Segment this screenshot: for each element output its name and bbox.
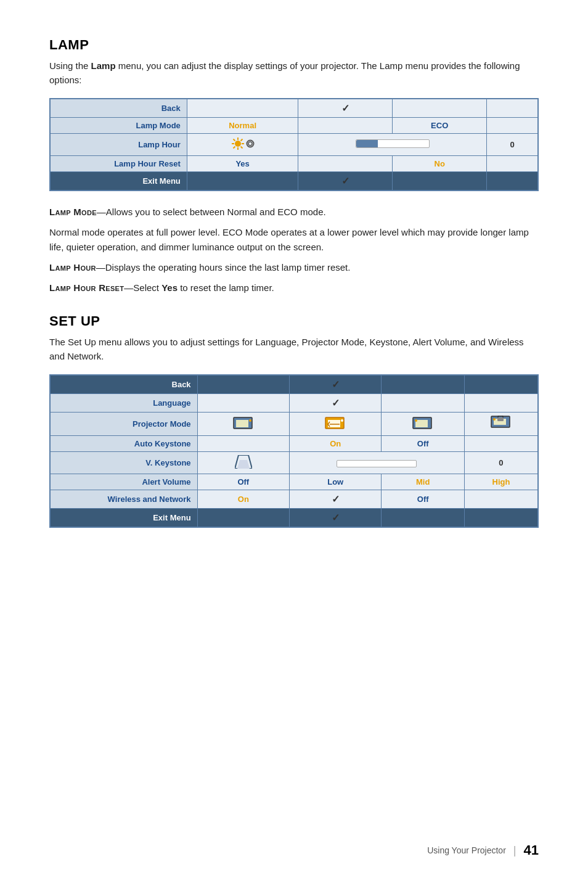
setup-label-projmode: Projector Mode <box>50 413 197 436</box>
setup-back-col1 <box>197 375 289 394</box>
lamp-back-col2: ✓ <box>298 99 393 118</box>
vkeystone-slider-bar <box>337 460 417 467</box>
lamp-label-mode: Lamp Mode <box>50 118 187 134</box>
svg-point-9 <box>248 142 252 146</box>
lamp-mode-eco-label: ECO <box>431 121 448 130</box>
setup-row-language: Language ✓ <box>50 394 538 413</box>
setup-wireless-col4 <box>464 490 538 509</box>
setup-exit-col3 <box>382 509 464 528</box>
setup-exit-checkmark: ✓ <box>332 512 340 523</box>
setup-label-vkeystone: V. Keystone <box>50 452 197 474</box>
setup-label-autokeystone: Auto Keystone <box>50 436 197 452</box>
setup-alertvol-mid: Mid <box>382 474 464 490</box>
alertvol-mid-label: Mid <box>416 477 430 487</box>
svg-rect-12 <box>236 420 248 427</box>
lamp-hour-value: 0 <box>510 140 514 149</box>
vkeystone-value: 0 <box>499 458 503 467</box>
svg-line-7 <box>240 139 242 141</box>
svg-point-13 <box>249 419 251 422</box>
setup-exit-col1 <box>197 509 289 528</box>
setup-back-checkmark: ✓ <box>332 379 340 390</box>
alertvol-low-label: Low <box>327 477 343 487</box>
lamp-hour-bar-fill <box>356 140 378 147</box>
lamp-mode-col4 <box>487 118 538 134</box>
svg-line-8 <box>233 147 235 149</box>
setup-alertvol-off: Off <box>197 474 289 490</box>
lamp-mode-normal: Normal <box>187 118 298 134</box>
lamp-desc-mode: Lamp Mode—Allows you to select between N… <box>49 205 539 219</box>
lamp-exit-col3 <box>393 172 487 191</box>
svg-line-5 <box>233 139 235 141</box>
setup-row-autokeystone: Auto Keystone On Off <box>50 436 538 452</box>
lamp-title: LAMP <box>49 37 539 53</box>
lamp-term-hour: Lamp Hour <box>49 262 96 273</box>
lamp-row-exit: Exit Menu ✓ <box>50 172 538 191</box>
autokeystone-off-label: Off <box>417 439 429 448</box>
setup-alertvol-low: Low <box>290 474 382 490</box>
lamp-menu-table: Back ✓ Lamp Mode Normal ECO Lamp Hour <box>49 98 539 191</box>
setup-projmode-icon2 <box>290 413 382 436</box>
setup-vkeystone-slider <box>290 452 465 474</box>
lamp-hour-icon <box>187 134 298 156</box>
setup-autokeystone-on: On <box>290 436 382 452</box>
setup-lang-col4 <box>464 394 538 413</box>
wireless-off-label: Off <box>417 495 429 504</box>
lamp-label-exit: Exit Menu <box>50 172 187 191</box>
proj-mode-icon4 <box>491 416 512 430</box>
lamp-mode-eco: ECO <box>393 118 487 134</box>
setup-section: SET UP The Set Up menu allows you to adj… <box>49 313 539 528</box>
lamp-intro: Using the Lamp menu, you can adjust the … <box>49 59 539 87</box>
wireless-on-label: On <box>238 495 249 504</box>
wireless-checkmark: ✓ <box>332 494 340 504</box>
lamp-desc-eco: Normal mode operates at full power level… <box>49 225 539 254</box>
svg-point-0 <box>235 141 241 147</box>
alertvol-off-label: Off <box>237 477 249 487</box>
setup-label-wireless: Wireless and Network <box>50 490 197 509</box>
setup-alertvol-high: High <box>464 474 538 490</box>
lamp-mode-normal-label: Normal <box>229 121 256 130</box>
autokeystone-on-label: On <box>330 439 341 448</box>
svg-point-20 <box>415 419 417 422</box>
lamp-term-reset: Lamp Hour Reset <box>49 282 124 293</box>
lamp-mode-col2 <box>298 118 393 134</box>
lamp-reset-no: No <box>393 156 487 172</box>
lamp-row-back: Back ✓ <box>50 99 538 118</box>
setup-lang-checkmark: ✓ <box>332 398 340 408</box>
lamp-sun-icon <box>231 137 245 150</box>
lamp-exit-col1 <box>187 172 298 191</box>
setup-row-back: Back ✓ <box>50 375 538 394</box>
lamp-exit-check: ✓ <box>298 172 393 191</box>
lamp-desc-reset: Lamp Hour Reset—Select Yes to reset the … <box>49 281 539 295</box>
setup-row-exit: Exit Menu ✓ <box>50 509 538 528</box>
lamp-row-hour: Lamp Hour <box>50 134 538 156</box>
setup-row-vkeystone: V. Keystone 0 <box>50 452 538 474</box>
lamp-hour-bar-cell <box>298 134 487 156</box>
footer-text: Using Your Projector <box>427 845 506 855</box>
setup-wireless-check: ✓ <box>290 490 382 509</box>
setup-back-col3 <box>382 375 464 394</box>
setup-title: SET UP <box>49 313 539 329</box>
page-footer: Using Your Projector | 41 <box>427 842 539 858</box>
setup-autokeystone-col1 <box>197 436 289 452</box>
setup-menu-table: Back ✓ Language ✓ Projector Mode <box>49 374 539 528</box>
proj-mode-icon2 <box>325 416 346 430</box>
alertvol-high-label: High <box>492 477 510 487</box>
lamp-label-back: Back <box>50 99 187 118</box>
setup-projmode-icon4 <box>464 413 538 436</box>
lamp-reset-yes-label: Yes <box>235 159 249 168</box>
svg-rect-25 <box>497 417 504 421</box>
setup-intro: The Set Up menu allows you to adjust set… <box>49 335 539 363</box>
setup-exit-check: ✓ <box>290 509 382 528</box>
lamp-hour-zero: 0 <box>487 134 538 156</box>
setup-label-language: Language <box>50 394 197 413</box>
svg-point-10 <box>247 141 253 147</box>
lamp-reset-col2 <box>298 156 393 172</box>
setup-projmode-icon3 <box>382 413 464 436</box>
setup-back-col4 <box>464 375 538 394</box>
setup-vkeystone-icon <box>197 452 289 474</box>
lamp-reset-yes: Yes <box>187 156 298 172</box>
svg-point-16 <box>341 419 343 422</box>
setup-autokeystone-off: Off <box>382 436 464 452</box>
setup-row-projmode: Projector Mode <box>50 413 538 436</box>
lamp-term-mode: Lamp Mode <box>49 207 97 217</box>
